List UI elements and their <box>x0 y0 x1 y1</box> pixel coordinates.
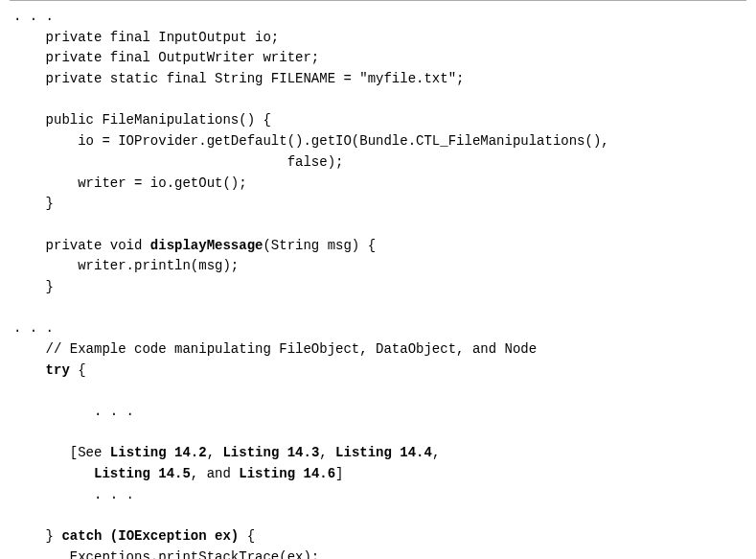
code-bold: Listing 14.6 <box>239 466 335 481</box>
code-bold: catch (IOException ex) <box>61 528 239 544</box>
code-line: , <box>432 445 440 460</box>
code-line: . . . <box>13 404 134 419</box>
code-line: (String msg) { <box>263 238 376 253</box>
code-line: private final OutputWriter writer; <box>13 50 319 65</box>
code-line: . . . <box>13 487 134 502</box>
code-line: public FileManipulations() { <box>13 112 271 128</box>
code-line: writer.println(msg); <box>13 258 239 273</box>
code-line: private void <box>13 238 150 253</box>
code-line: } <box>13 279 54 294</box>
code-line: } <box>13 528 61 544</box>
code-line: . . . <box>13 320 54 336</box>
code-line: { <box>239 528 255 544</box>
code-line <box>13 362 46 378</box>
code-listing: . . . private final InputOutput io; priv… <box>10 0 746 559</box>
code-line: io = IOProvider.getDefault().getIO(Bundl… <box>13 133 609 149</box>
code-line: writer = io.getOut(); <box>13 175 247 191</box>
code-line: , <box>207 445 223 460</box>
code-line: { <box>70 362 86 378</box>
code-line: private final InputOutput io; <box>13 30 279 45</box>
code-line: , and <box>191 466 239 481</box>
code-line <box>13 466 94 481</box>
code-line: , <box>319 445 335 460</box>
code-line: Exceptions.printStackTrace(ex); <box>13 549 319 559</box>
code-block: . . . private final InputOutput io; priv… <box>10 7 746 559</box>
code-line: [See <box>13 445 110 460</box>
code-line: } <box>13 196 54 211</box>
code-bold: Listing 14.3 <box>222 445 319 460</box>
code-line: . . . <box>13 9 54 24</box>
code-bold: Listing 14.2 <box>110 445 207 460</box>
code-line: ] <box>335 466 343 481</box>
code-bold: Listing 14.5 <box>94 466 191 481</box>
code-line: private static final String FILENAME = "… <box>13 71 464 86</box>
code-line: // Example code manipulating FileObject,… <box>13 341 537 357</box>
code-bold: Listing 14.4 <box>335 445 432 460</box>
code-bold: displayMessage <box>150 238 263 253</box>
code-line: false); <box>13 154 343 170</box>
code-bold: try <box>46 362 70 378</box>
